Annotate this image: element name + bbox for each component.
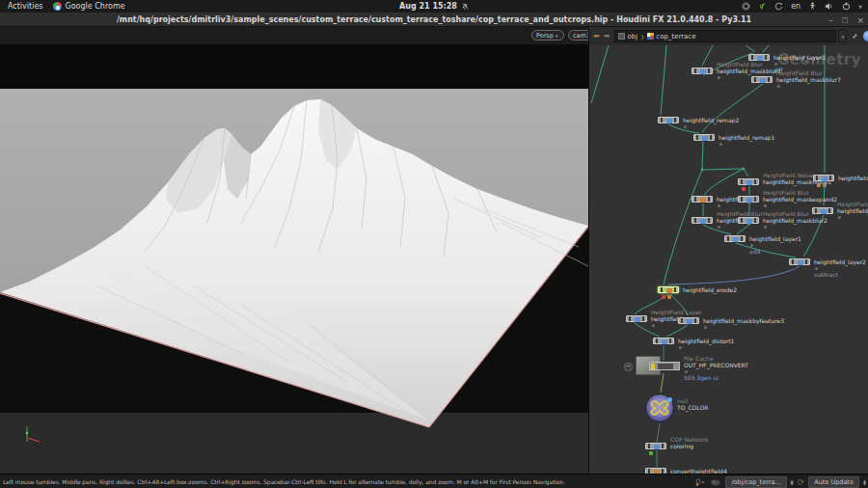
node-body[interactable]: [678, 317, 699, 324]
output-dot: [667, 397, 672, 402]
node-flag-green[interactable]: [649, 451, 653, 455]
node-body[interactable]: [693, 134, 715, 141]
node-type-label: HeightField Blur: [776, 69, 823, 76]
node-name: heightfield_distort1: [678, 338, 734, 344]
node-body[interactable]: [751, 76, 773, 83]
window-title-bar[interactable]: /mnt/hq/projects/dmitrliv3/sample_scenes…: [0, 13, 868, 27]
accessibility-icon: [808, 2, 817, 11]
clock[interactable]: Aug 21 15:28: [399, 2, 469, 11]
terrain-render: [0, 44, 588, 474]
node-body[interactable]: [658, 117, 679, 123]
nav-back-icon[interactable]: ⬅: [593, 32, 600, 41]
node-flag-red[interactable]: [662, 295, 665, 299]
node-type-icon: [666, 288, 672, 293]
node-name: coloring: [670, 443, 693, 449]
node-type-icon: [700, 219, 706, 224]
node-name: heightfield_erode2: [683, 286, 737, 293]
breadcrumb-root[interactable]: obj: [618, 33, 637, 41]
node-type-icon: [746, 180, 752, 185]
node-body[interactable]: [812, 207, 833, 214]
node-body[interactable]: [789, 258, 810, 265]
update-mode-spinner[interactable]: ▲▼: [863, 479, 866, 485]
node-type-icon: [798, 260, 803, 265]
breadcrumb-current[interactable]: cop_terrace: [647, 33, 695, 41]
node-body[interactable]: [645, 443, 666, 449]
collapse-badge[interactable]: −: [624, 363, 633, 371]
node-type-label: COP Network: [670, 436, 709, 443]
node-flag-gray[interactable]: [823, 183, 827, 187]
node-badge: [718, 76, 720, 79]
node-badge: [838, 216, 841, 219]
viewport-3d[interactable]: [0, 44, 588, 474]
node-name: heightfield_layer3: [773, 54, 826, 61]
node-body[interactable]: [692, 196, 713, 203]
node-type-icon: [662, 339, 667, 344]
viewport-help-text: Left mouse tumbles. Middle pans. Right d…: [0, 478, 565, 485]
snapshot-orb-icon[interactable]: [863, 31, 868, 41]
recook-icon[interactable]: ⟳: [798, 477, 805, 487]
keyboard-layout-indicator: en: [791, 2, 800, 11]
node-body[interactable]: [658, 286, 679, 293]
houdini-window: Activities Google Chrome Aug 21 15:28: [0, 0, 868, 488]
node-name: heightfield_maskblur7: [776, 76, 841, 83]
system-tray[interactable]: en ▼: [742, 0, 862, 13]
node-type-icon: [635, 317, 640, 322]
update-mode-selector[interactable]: Auto Update: [808, 476, 859, 488]
viewport-toolbar: Persp ▾ cam1 ▾: [0, 27, 588, 44]
node-body[interactable]: [813, 175, 834, 181]
node-type-label: null: [677, 397, 688, 404]
node-flag-red[interactable]: [742, 187, 746, 191]
breadcrumb-separator: ❯: [640, 34, 644, 40]
node-body[interactable]: [649, 362, 680, 370]
node-comment: add: [749, 248, 760, 255]
breadcrumb[interactable]: obj ❯ cop_terrace: [614, 30, 836, 42]
node-badge: [815, 267, 818, 270]
context-spinner[interactable]: ▲▼: [791, 479, 794, 485]
node-body[interactable]: [653, 338, 674, 344]
node-name: TO_COLOR: [677, 404, 708, 411]
view-menu-button[interactable]: Persp ▾: [531, 30, 564, 41]
node-comment: 505.3gen sc: [684, 374, 719, 381]
node-name: heightfield_maskbyfeature3: [703, 317, 784, 324]
focused-app-menu[interactable]: Google Chrome: [53, 2, 125, 11]
cook-indicator-icon[interactable]: [695, 477, 706, 487]
node-type-label: HeightField Noise: [763, 172, 813, 178]
node-body[interactable]: [724, 235, 746, 242]
node-flag-orange[interactable]: [817, 183, 821, 187]
node-body[interactable]: [626, 315, 647, 322]
node-type-label: File Cache: [684, 355, 714, 362]
nav-forward-icon[interactable]: ➡: [604, 32, 610, 41]
node-type-icon: [654, 445, 660, 449]
node-name: heightfield_mask: [837, 207, 868, 214]
network-canvas[interactable]: Geometry heightfield_layer3diffHeightFie…: [589, 45, 868, 474]
breadcrumb-dropdown-button[interactable]: ▾: [838, 30, 847, 42]
node-badge: [718, 204, 720, 207]
activities-button[interactable]: Activities: [8, 2, 43, 11]
node-badge: [764, 204, 767, 207]
minimize-button[interactable]: –: [828, 15, 833, 25]
node-type-icon: [702, 136, 708, 141]
maximize-button[interactable]: □: [842, 16, 849, 24]
node-badge: [718, 226, 720, 229]
node-body[interactable]: [692, 68, 713, 74]
node-type-label: HeightField Blur: [717, 210, 763, 217]
node-body[interactable]: [738, 217, 759, 224]
window-title: /mnt/hq/projects/dmitrliv3/sample_scenes…: [117, 15, 751, 24]
memory-cloud-icon[interactable]: [710, 477, 721, 487]
node-badge: [684, 125, 687, 128]
node-type-label: HeightField Blur: [763, 189, 809, 196]
null-node-circle[interactable]: [645, 393, 674, 422]
node-flag-orange[interactable]: [667, 295, 671, 299]
node-body[interactable]: [748, 54, 770, 61]
node-type-icon: [760, 78, 766, 83]
node-body[interactable]: [738, 196, 759, 203]
node-body[interactable]: [738, 178, 759, 185]
network-editor-pane: ⬅ ➡ obj ❯ cop_terrace ▾ Geometry: [588, 27, 868, 474]
obj-network-icon: [618, 33, 625, 40]
cook-context-selector[interactable]: /obj/cop_terra...: [725, 476, 786, 488]
node-type-label: HeightField Layer: [651, 309, 701, 315]
close-button[interactable]: ×: [856, 15, 864, 25]
node-body[interactable]: [692, 217, 713, 224]
network-path-bar: ⬅ ➡ obj ❯ cop_terrace ▾: [589, 27, 868, 45]
pin-icon[interactable]: [851, 33, 858, 41]
